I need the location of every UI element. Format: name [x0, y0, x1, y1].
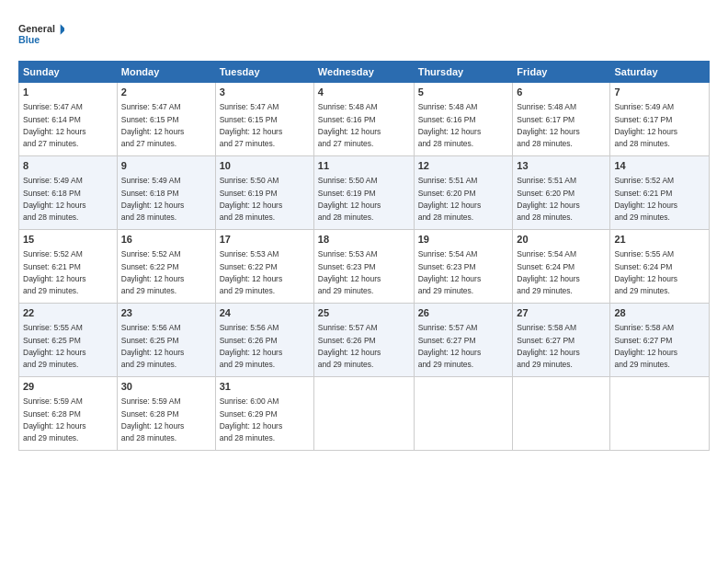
day-cell: 19Sunrise: 5:54 AMSunset: 6:23 PMDayligh…: [414, 230, 513, 304]
col-header-saturday: Saturday: [610, 62, 710, 83]
header-row: General Blue: [18, 17, 710, 52]
day-cell: 8Sunrise: 5:49 AMSunset: 6:18 PMDaylight…: [19, 156, 118, 230]
day-detail-line: Sunset: 6:24 PM: [517, 262, 574, 271]
day-detail-line: Sunset: 6:18 PM: [23, 189, 81, 198]
day-detail-line: Sunrise: 6:00 AM: [220, 396, 279, 406]
day-detail-line: Daylight: 12 hours: [517, 274, 580, 283]
day-detail-line: Sunrise: 5:48 AM: [318, 102, 378, 111]
day-detail-line: Sunset: 6:20 PM: [517, 189, 574, 198]
day-detail-line: and 29 minutes.: [121, 360, 176, 369]
day-detail-line: Daylight: 12 hours: [23, 274, 86, 283]
day-cell: [610, 377, 710, 451]
day-detail-line: Sunset: 6:16 PM: [418, 115, 476, 124]
day-number: 20: [517, 233, 606, 247]
day-detail-line: and 28 minutes.: [220, 213, 275, 222]
day-cell: 4Sunrise: 5:48 AMSunset: 6:16 PMDaylight…: [313, 83, 414, 156]
day-detail-line: and 28 minutes.: [517, 139, 572, 148]
day-cell: 14Sunrise: 5:52 AMSunset: 6:21 PMDayligh…: [610, 156, 710, 230]
col-header-tuesday: Tuesday: [215, 62, 313, 83]
day-detail-line: Sunrise: 5:50 AM: [318, 176, 378, 185]
day-detail-line: Sunrise: 5:55 AM: [23, 323, 83, 332]
day-detail-line: and 28 minutes.: [418, 213, 473, 222]
day-detail-line: Sunrise: 5:56 AM: [121, 323, 181, 332]
day-cell: 13Sunrise: 5:51 AMSunset: 6:20 PMDayligh…: [513, 156, 610, 230]
day-detail-line: Sunset: 6:27 PM: [418, 336, 476, 345]
day-cell: 17Sunrise: 5:53 AMSunset: 6:22 PMDayligh…: [215, 230, 313, 304]
day-number: 2: [121, 86, 211, 99]
day-number: 28: [614, 306, 705, 320]
day-cell: 28Sunrise: 5:58 AMSunset: 6:27 PMDayligh…: [610, 304, 710, 377]
day-detail-line: Sunset: 6:19 PM: [318, 189, 376, 198]
day-detail-line: and 27 minutes.: [121, 139, 176, 148]
day-detail-line: Daylight: 12 hours: [418, 201, 482, 210]
day-number: 10: [220, 159, 310, 173]
day-detail-line: Sunrise: 5:47 AM: [23, 102, 83, 111]
svg-marker-2: [61, 24, 64, 34]
day-detail-line: Sunrise: 5:51 AM: [418, 176, 478, 185]
week-row-4: 22Sunrise: 5:55 AMSunset: 6:25 PMDayligh…: [19, 304, 710, 377]
day-detail-line: and 28 minutes.: [220, 433, 275, 442]
day-detail-line: Daylight: 12 hours: [517, 127, 580, 136]
day-detail-line: Sunset: 6:21 PM: [23, 262, 81, 271]
day-detail-line: Sunrise: 5:55 AM: [614, 249, 674, 259]
day-number: 17: [220, 233, 310, 247]
day-detail-line: Sunset: 6:18 PM: [121, 189, 179, 198]
day-number: 8: [23, 159, 113, 173]
day-detail-line: Sunset: 6:22 PM: [121, 262, 179, 271]
day-detail-line: Sunset: 6:26 PM: [220, 336, 278, 345]
day-cell: 2Sunrise: 5:47 AMSunset: 6:15 PMDaylight…: [117, 83, 215, 156]
day-detail-line: and 28 minutes.: [121, 433, 176, 442]
day-detail-line: Sunset: 6:28 PM: [121, 409, 179, 419]
svg-text:Blue: Blue: [18, 34, 40, 45]
day-detail-line: Sunset: 6:17 PM: [517, 115, 574, 124]
logo-svg: General Blue: [18, 17, 64, 52]
day-detail-line: Sunrise: 5:49 AM: [614, 102, 674, 111]
day-detail-line: Sunrise: 5:51 AM: [517, 176, 576, 185]
day-detail-line: and 27 minutes.: [318, 139, 373, 148]
day-detail-line: Sunrise: 5:53 AM: [220, 249, 279, 259]
day-detail-line: Daylight: 12 hours: [121, 201, 185, 210]
day-cell: 18Sunrise: 5:53 AMSunset: 6:23 PMDayligh…: [313, 230, 414, 304]
day-detail-line: Daylight: 12 hours: [418, 274, 482, 283]
day-cell: 25Sunrise: 5:57 AMSunset: 6:26 PMDayligh…: [313, 304, 414, 377]
day-detail-line: and 29 minutes.: [220, 286, 275, 295]
day-detail-line: and 28 minutes.: [318, 213, 373, 222]
column-header-row: SundayMondayTuesdayWednesdayThursdayFrid…: [19, 62, 710, 83]
calendar-body: 1Sunrise: 5:47 AMSunset: 6:14 PMDaylight…: [19, 83, 710, 451]
day-cell: 27Sunrise: 5:58 AMSunset: 6:27 PMDayligh…: [513, 304, 610, 377]
day-detail-line: Daylight: 12 hours: [418, 348, 482, 357]
day-detail-line: and 28 minutes.: [517, 213, 572, 222]
day-detail-line: Sunrise: 5:50 AM: [220, 176, 279, 185]
week-row-1: 1Sunrise: 5:47 AMSunset: 6:14 PMDaylight…: [19, 83, 710, 156]
day-cell: 1Sunrise: 5:47 AMSunset: 6:14 PMDaylight…: [19, 83, 118, 156]
day-detail-line: Sunset: 6:20 PM: [418, 189, 476, 198]
day-detail-line: Sunrise: 5:58 AM: [517, 323, 576, 332]
day-detail-line: Sunset: 6:29 PM: [220, 409, 278, 419]
day-detail-line: Sunrise: 5:49 AM: [121, 176, 181, 185]
day-detail-line: and 29 minutes.: [121, 286, 176, 295]
day-cell: 29Sunrise: 5:59 AMSunset: 6:28 PMDayligh…: [19, 377, 118, 451]
day-detail-line: Sunset: 6:24 PM: [614, 262, 672, 271]
logo: General Blue: [18, 17, 64, 52]
day-detail-line: and 29 minutes.: [614, 360, 669, 369]
day-cell: 16Sunrise: 5:52 AMSunset: 6:22 PMDayligh…: [117, 230, 215, 304]
day-cell: 5Sunrise: 5:48 AMSunset: 6:16 PMDaylight…: [414, 83, 513, 156]
day-cell: 24Sunrise: 5:56 AMSunset: 6:26 PMDayligh…: [215, 304, 313, 377]
day-number: 29: [23, 380, 113, 394]
day-number: 14: [614, 159, 705, 173]
day-cell: 23Sunrise: 5:56 AMSunset: 6:25 PMDayligh…: [117, 304, 215, 377]
day-detail-line: Daylight: 12 hours: [614, 201, 677, 210]
day-detail-line: Daylight: 12 hours: [23, 201, 86, 210]
day-detail-line: Daylight: 12 hours: [318, 348, 381, 357]
day-detail-line: and 29 minutes.: [23, 360, 78, 369]
day-number: 31: [220, 380, 310, 394]
day-detail-line: Sunrise: 5:47 AM: [121, 102, 181, 111]
day-detail-line: and 27 minutes.: [23, 139, 78, 148]
day-detail-line: and 29 minutes.: [614, 213, 669, 222]
day-detail-line: Sunrise: 5:56 AM: [220, 323, 279, 332]
day-cell: 9Sunrise: 5:49 AMSunset: 6:18 PMDaylight…: [117, 156, 215, 230]
week-row-5: 29Sunrise: 5:59 AMSunset: 6:28 PMDayligh…: [19, 377, 710, 451]
day-detail-line: Daylight: 12 hours: [121, 274, 185, 283]
day-detail-line: Daylight: 12 hours: [517, 201, 580, 210]
day-cell: 11Sunrise: 5:50 AMSunset: 6:19 PMDayligh…: [313, 156, 414, 230]
